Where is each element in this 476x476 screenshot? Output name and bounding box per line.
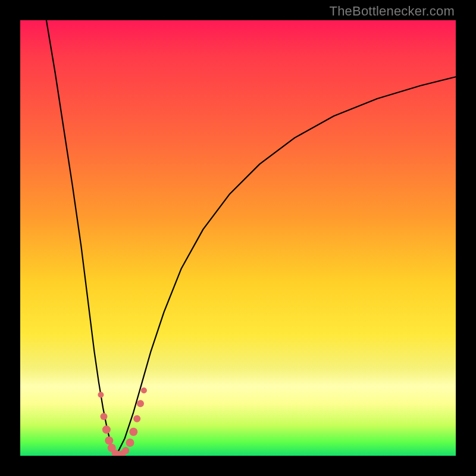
marker-point: [102, 425, 111, 434]
marker-point: [126, 439, 134, 447]
chart-frame: TheBottlenecker.com: [0, 0, 476, 476]
marker-point: [98, 392, 104, 398]
marker-point: [129, 428, 137, 436]
marker-point: [141, 387, 147, 393]
marker-point: [105, 436, 113, 444]
marker-point: [133, 415, 140, 422]
curve-left-branch: [46, 20, 116, 456]
curve-right-branch: [116, 77, 456, 456]
plot-area: [20, 20, 456, 456]
watermark-text: TheBottlenecker.com: [330, 4, 455, 19]
marker-point: [137, 400, 144, 407]
marker-point: [101, 413, 108, 420]
marker-point: [122, 447, 129, 454]
curves-layer: [20, 20, 456, 456]
